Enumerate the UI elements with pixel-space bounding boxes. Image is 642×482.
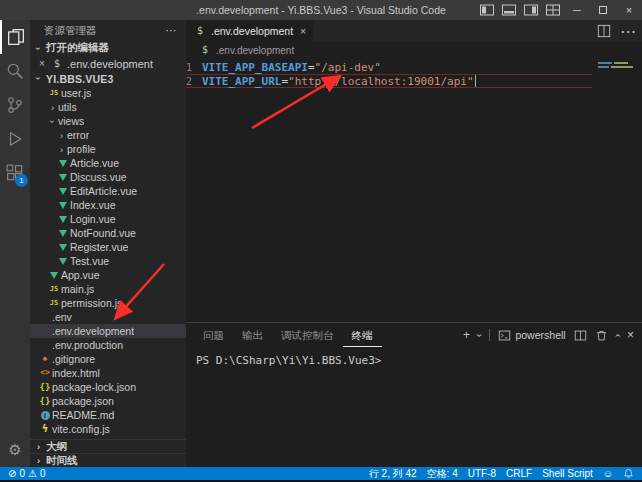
cursor-position[interactable]: 行 2, 列 42 <box>369 467 417 481</box>
file-label: user.js <box>61 87 91 99</box>
maximize-icon <box>599 6 607 14</box>
toggle-sidebar-icon[interactable] <box>476 0 498 20</box>
tree-item-package-lock.json[interactable]: {}package-lock.json <box>30 380 186 394</box>
code-area[interactable]: 1VITE_APP_BASEAPI="/api-dev"2VITE_APP_UR… <box>186 58 642 321</box>
tree-item-Index.vue[interactable]: Index.vue <box>30 198 186 212</box>
vue-file-icon <box>56 188 70 195</box>
notifications-bell-icon[interactable] <box>623 468 634 479</box>
close-window-button[interactable]: × <box>616 0 642 20</box>
html-file-icon: <> <box>38 369 52 377</box>
split-editor-icon[interactable] <box>597 24 611 38</box>
tree-item-.gitignore[interactable]: ◆.gitignore <box>30 352 186 366</box>
maximize-panel-icon[interactable]: › <box>612 333 623 336</box>
close-icon[interactable]: × <box>37 58 47 69</box>
encoding[interactable]: UTF-8 <box>468 468 496 479</box>
close-tab-icon[interactable]: × <box>300 25 306 37</box>
tree-item-permission.js[interactable]: JSpermission.js <box>30 296 186 310</box>
run-debug-icon[interactable] <box>0 122 30 156</box>
views-more-icon[interactable]: ⋯ <box>166 20 177 40</box>
file-label: main.js <box>61 283 94 295</box>
tree-item-Article.vue[interactable]: Article.vue <box>30 156 186 170</box>
tree-item-Discuss.vue[interactable]: Discuss.vue <box>30 170 186 184</box>
panel-header: 问题输出调试控制台终端 + › powershell › × <box>186 323 642 347</box>
sidebar-title: 资源管理器 <box>44 24 97 36</box>
tree-item-vite.config.js[interactable]: ϟvite.config.js <box>30 422 186 436</box>
panel-tab-0[interactable]: 问题 <box>194 323 233 347</box>
explorer-icon[interactable] <box>0 20 30 54</box>
feedback-smiley-icon[interactable]: ☺ <box>603 468 613 479</box>
tree-item-.env[interactable]: .env <box>30 310 186 324</box>
tree-item-Register.vue[interactable]: Register.vue <box>30 240 186 254</box>
warning-icon: ⚠ <box>28 468 37 479</box>
new-terminal-icon[interactable]: + <box>463 328 470 342</box>
js-file-icon: JS <box>47 90 61 97</box>
project-name: YI.BBS.VUE3 <box>46 73 114 85</box>
project-section-header[interactable]: › YI.BBS.VUE3 <box>30 71 186 86</box>
panel-tab-1[interactable]: 输出 <box>233 323 272 347</box>
customize-layout-icon[interactable] <box>542 0 564 20</box>
tree-item-App.vue[interactable]: App.vue <box>30 268 186 282</box>
open-editors-header[interactable]: › 打开的编辑器 <box>30 40 186 56</box>
split-terminal-icon[interactable] <box>574 329 587 342</box>
tree-item-utils[interactable]: ›utils <box>30 100 186 114</box>
tree-item-views[interactable]: ›views <box>30 114 186 128</box>
toggle-panel-icon[interactable] <box>498 0 520 20</box>
more-actions-icon[interactable]: ⋯ <box>620 22 636 41</box>
vue-file-icon <box>56 174 70 181</box>
terminal-dropdown-icon[interactable]: › <box>474 333 485 336</box>
timeline-section[interactable]: › 时间线 <box>30 453 186 467</box>
git-file-icon: ◆ <box>38 355 52 363</box>
indentation[interactable]: 空格: 4 <box>427 467 458 481</box>
tree-item-.env.development[interactable]: .env.development <box>30 324 186 338</box>
toggle-secondary-sidebar-icon[interactable] <box>520 0 542 20</box>
tree-item-main.js[interactable]: JSmain.js <box>30 282 186 296</box>
vue-file-icon <box>56 230 70 237</box>
file-tree: JSuser.js›utils›views›error›profileArtic… <box>30 86 186 436</box>
file-label: README.md <box>52 409 114 421</box>
code-line-1[interactable]: 1VITE_APP_BASEAPI="/api-dev" <box>186 60 592 74</box>
panel-tab-3[interactable]: 终端 <box>343 323 382 347</box>
minimap[interactable] <box>592 60 642 100</box>
source-control-icon[interactable] <box>0 88 30 122</box>
tree-item-Test.vue[interactable]: Test.vue <box>30 254 186 268</box>
maximize-button[interactable] <box>590 0 616 20</box>
tree-item-user.js[interactable]: JSuser.js <box>30 86 186 100</box>
file-label: vite.config.js <box>52 423 110 435</box>
json-file-icon: {} <box>38 397 52 406</box>
tree-item-index.html[interactable]: <>index.html <box>30 366 186 380</box>
eol[interactable]: CRLF <box>506 468 532 479</box>
problems-status[interactable]: ⊘ 0 ⚠ 0 <box>8 468 45 479</box>
activity-bar: 1 ⚙ <box>0 20 30 467</box>
kill-terminal-icon[interactable] <box>595 329 608 342</box>
minimize-button[interactable]: ─ <box>564 0 590 20</box>
shellscript-file-icon: $ <box>198 45 212 55</box>
tree-item-package.json[interactable]: {}package.json <box>30 394 186 408</box>
terminal[interactable]: PS D:\CSharp\Yi\Yi.BBS.Vue3> <box>186 347 642 367</box>
tree-item-README.md[interactable]: iREADME.md <box>30 408 186 422</box>
search-icon[interactable] <box>0 54 30 88</box>
file-label: views <box>58 115 84 127</box>
breadcrumb[interactable]: $ .env.development <box>186 42 642 58</box>
tree-item-error[interactable]: ›error <box>30 128 186 142</box>
close-panel-icon[interactable]: × <box>627 328 634 342</box>
tab-env-development[interactable]: $ .env.development × <box>186 20 313 42</box>
vue-file-icon <box>56 202 70 209</box>
file-label: .gitignore <box>52 353 95 365</box>
tree-item-.env.production[interactable]: .env.production <box>30 338 186 352</box>
tree-item-EditArticle.vue[interactable]: EditArticle.vue <box>30 184 186 198</box>
outline-section[interactable]: › 大纲 <box>30 439 186 453</box>
settings-gear-icon[interactable]: ⚙ <box>0 435 30 465</box>
code-line-2[interactable]: 2VITE_APP_URL="http://localhost:19001/ap… <box>186 74 592 88</box>
tree-item-profile[interactable]: ›profile <box>30 142 186 156</box>
extensions-icon[interactable]: 1 <box>0 156 30 190</box>
terminal-shell-button[interactable]: powershell <box>498 329 565 342</box>
panel-tab-2[interactable]: 调试控制台 <box>272 323 343 347</box>
open-editor-item[interactable]: × $ .env.development <box>30 56 186 71</box>
tab-bar: $ .env.development × ⋯ <box>186 20 642 42</box>
language-mode[interactable]: Shell Script <box>542 468 593 479</box>
tree-item-Login.vue[interactable]: Login.vue <box>30 212 186 226</box>
tab-label: .env.development <box>211 25 293 37</box>
tree-item-NotFound.vue[interactable]: NotFound.vue <box>30 226 186 240</box>
chevron-right-icon: › <box>33 455 44 466</box>
file-label: Discuss.vue <box>70 171 127 183</box>
